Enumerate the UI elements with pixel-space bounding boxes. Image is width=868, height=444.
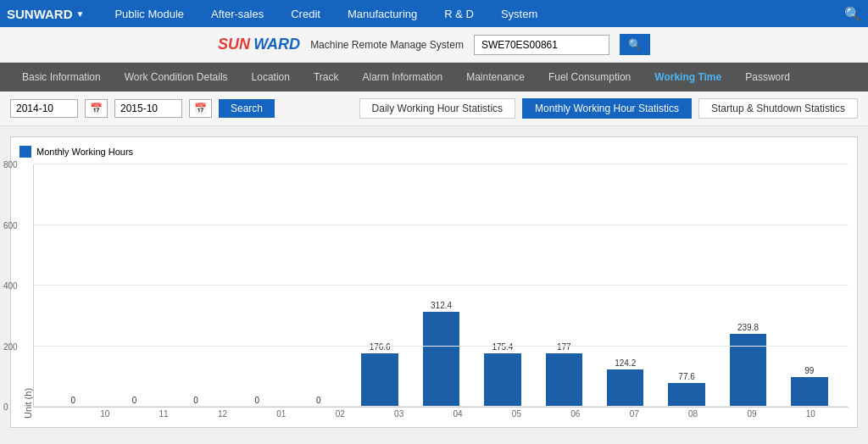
bar-group: 312.4	[410, 164, 471, 407]
bar-value-label: 0	[70, 396, 75, 405]
subnav-work-condition[interactable]: Work Condition Details	[113, 63, 240, 92]
x-axis-label: 04	[428, 409, 487, 419]
date-from-input[interactable]	[10, 99, 78, 118]
bar-group: 177	[533, 164, 594, 407]
tab-startup-shutdown[interactable]: Startup & Shutdown Statistics	[698, 98, 858, 119]
x-axis-label: 10	[75, 409, 134, 419]
x-axis-label: 01	[252, 409, 310, 419]
x-axis: 10111201020304050607080910	[67, 408, 849, 419]
logo-arrow: ▼	[76, 9, 85, 19]
bar	[546, 353, 582, 407]
chart-container: Unit (h) 00000176.6312.4175.4177124.277.…	[19, 164, 849, 419]
machine-id-input[interactable]	[474, 35, 609, 55]
bar-value-label: 0	[255, 396, 260, 405]
bar-group: 0	[288, 164, 349, 407]
bar-value-label: 177	[557, 342, 571, 352]
bar-value-label: 124.2	[615, 358, 636, 368]
x-axis-label: 02	[311, 409, 370, 419]
bar-group: 77.6	[656, 164, 717, 407]
bar-value-label: 0	[193, 396, 198, 405]
subnav-basic-info[interactable]: Basic Information	[10, 63, 113, 92]
chart-grid: 00000176.6312.4175.4177124.277.6239.899 …	[33, 164, 849, 408]
bar	[791, 377, 827, 407]
tab-daily-stats[interactable]: Daily Working Hour Statistics	[359, 98, 516, 119]
subnav-alarm-info[interactable]: Alarm Information	[350, 63, 454, 92]
nav-system[interactable]: System	[487, 0, 551, 27]
bar	[484, 353, 520, 407]
nav-manufacturing[interactable]: Manufacturing	[334, 0, 431, 27]
legend-label: Monthly Working Hours	[36, 147, 133, 157]
logo: SUNWARD ▼	[7, 7, 84, 21]
chart-area: Monthly Working Hours Unit (h) 00000176.…	[10, 136, 858, 428]
logo-text: SUNWARD	[7, 7, 73, 21]
bar	[607, 369, 643, 407]
tab-monthly-stats[interactable]: Monthly Working Hour Statistics	[522, 98, 692, 119]
logo-ward: WARD	[253, 36, 300, 53]
machine-bar: SUNWARD Machine Remote Manage System 🔍	[0, 27, 868, 63]
logo-sun: SUN	[218, 36, 250, 53]
date-to-calendar-icon[interactable]: 📅	[189, 99, 212, 118]
chart-legend: Monthly Working Hours	[19, 146, 849, 158]
nav-rd[interactable]: R & D	[431, 0, 487, 27]
system-title: Machine Remote Manage System	[310, 39, 464, 51]
bar-value-label: 176.6	[370, 342, 391, 352]
bar-group: 0	[226, 164, 287, 407]
tab-bar: 📅 📅 Search Daily Working Hour Statistics…	[0, 92, 868, 126]
subnav-maintenance[interactable]: Maintenance	[454, 63, 537, 92]
x-axis-label: 03	[370, 409, 428, 419]
bar-value-label: 0	[316, 396, 321, 405]
bar-group: 124.2	[595, 164, 656, 407]
subnav-location[interactable]: Location	[240, 63, 302, 92]
machine-search-button[interactable]: 🔍	[620, 34, 650, 55]
x-axis-label: 06	[546, 409, 604, 419]
subnav-fuel-consumption[interactable]: Fuel Consumption	[537, 63, 643, 92]
sub-navigation: Basic Information Work Condition Details…	[0, 63, 868, 92]
x-axis-label: 07	[605, 409, 664, 419]
global-search-icon[interactable]: 🔍	[844, 6, 861, 22]
x-axis-label: 08	[664, 409, 722, 419]
bar-group: 239.8	[717, 164, 778, 407]
subnav-password[interactable]: Password	[733, 63, 802, 92]
bar-group: 176.6	[349, 164, 410, 407]
nav-after-sales[interactable]: After-sales	[198, 0, 277, 27]
bar-value-label: 312.4	[431, 301, 452, 310]
x-axis-label: 10	[782, 409, 840, 419]
bar-group: 0	[103, 164, 164, 407]
date-to-input[interactable]	[114, 99, 182, 118]
bar-value-label: 175.4	[492, 342, 513, 352]
y-axis-label: Unit (h)	[19, 164, 33, 419]
bar-value-label: 77.6	[678, 372, 694, 381]
chart-inner: 00000176.6312.4175.4177124.277.6239.899 …	[33, 164, 849, 419]
bar	[668, 383, 704, 407]
x-axis-label: 05	[487, 409, 546, 419]
bar-group: 99	[779, 164, 840, 407]
search-button[interactable]: Search	[219, 99, 275, 118]
x-axis-label: 11	[134, 409, 192, 419]
bar-value-label: 99	[804, 366, 814, 375]
sunward-logo: SUNWARD	[218, 36, 300, 53]
date-from-calendar-icon[interactable]: 📅	[85, 99, 108, 118]
x-axis-label: 12	[193, 409, 252, 419]
x-axis-label: 09	[722, 409, 781, 419]
bar	[361, 353, 398, 407]
bar	[423, 312, 459, 407]
nav-credit[interactable]: Credit	[277, 0, 334, 27]
nav-public-module[interactable]: Public Module	[101, 0, 198, 27]
subnav-working-time[interactable]: Working Time	[643, 63, 733, 92]
bar-value-label: 239.8	[737, 323, 759, 332]
bar-group: 0	[42, 164, 103, 407]
nav-items: Public Module After-sales Credit Manufac…	[101, 0, 844, 27]
legend-color-box	[19, 146, 31, 158]
subnav-track[interactable]: Track	[302, 63, 351, 92]
top-navigation: SUNWARD ▼ Public Module After-sales Cred…	[0, 0, 868, 27]
bars-container: 00000176.6312.4175.4177124.277.6239.899	[34, 164, 849, 407]
bar-group: 0	[165, 164, 226, 407]
bar-value-label: 0	[132, 396, 137, 405]
bar-group: 175.4	[472, 164, 533, 407]
